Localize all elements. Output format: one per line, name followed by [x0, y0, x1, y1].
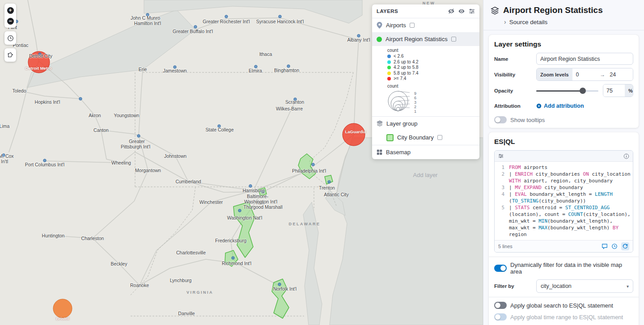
line-number: [495, 224, 509, 231]
layer-name: Airport Region Statistics: [386, 36, 448, 42]
zoom-min-input[interactable]: [572, 68, 599, 80]
flyout-header: Airport Region Statistics › Source detai…: [483, 0, 644, 30]
map-label: Charlottesville: [176, 250, 206, 255]
map-label: Binghamton: [274, 68, 299, 73]
size-tick-labels: 96321: [414, 91, 416, 110]
code-line: region: [495, 231, 633, 238]
toggle-knob: [495, 303, 500, 308]
map-label: Detroit Metro: [25, 66, 51, 71]
minus-icon: −: [7, 18, 14, 25]
line-number: [495, 231, 509, 238]
map-canvas[interactable]: FlintPontiacDetroit CityDetroit MetroTol…: [0, 0, 483, 325]
layer-item-basemap[interactable]: Basemap: [372, 145, 479, 159]
layer-settings-icon[interactable]: [469, 8, 475, 14]
layer-settings-heading: Layer settings: [494, 40, 633, 48]
line-number: [495, 177, 509, 184]
filter-by-label: Filter by: [494, 283, 536, 289]
map-label: Bristol: [56, 316, 69, 321]
esql-editor[interactable]: 1FROM airports2| ENRICH city_boundaries …: [494, 150, 633, 253]
map-label: Canton: [93, 127, 109, 133]
source-details-accordion[interactable]: › Source details: [504, 18, 637, 25]
editor-controls-icon[interactable]: [498, 153, 504, 159]
legend-class-label: 2.6 up to 4.2: [394, 59, 419, 65]
map-label: Lima: [0, 123, 9, 129]
zoom-max-input[interactable]: [606, 68, 633, 80]
basemap-label: Basemap: [386, 149, 411, 156]
show-tooltips-toggle[interactable]: [494, 116, 507, 123]
source-details-label: Source details: [509, 19, 548, 25]
code-line: (TO_STRING(city_boundary)): [495, 198, 633, 204]
map-label: Washington Int'l: [244, 199, 277, 204]
name-row: Name: [494, 53, 633, 65]
layers-panel: LAYERS Airports: [372, 4, 479, 159]
layer-item-airport-region-statistics[interactable]: Airport Region Statistics: [372, 32, 479, 46]
code-line: 3| MV_EXPAND city_boundary: [495, 184, 633, 191]
map-label: Elmira: [249, 68, 262, 73]
layer-checkbox[interactable]: [451, 37, 456, 42]
hide-all-layers-icon[interactable]: [448, 8, 454, 14]
apply-search-toggle[interactable]: [494, 302, 507, 309]
line-number: 5: [495, 204, 509, 211]
show-all-layers-icon[interactable]: [458, 8, 465, 14]
map-label: Akron: [89, 113, 101, 118]
opacity-slider[interactable]: [536, 88, 598, 94]
timeslider-button[interactable]: [5, 33, 15, 43]
layer-checkbox[interactable]: [437, 135, 442, 140]
map-label: Detroit City: [29, 53, 52, 59]
dynamic-filter-row: Dynamically filter for data in the visib…: [494, 262, 633, 275]
filter-by-select[interactable]: city_location ▾: [536, 279, 633, 293]
esql-card: ES|QL 1FROM airports2| ENRICH city_bound…: [489, 132, 639, 325]
layer-item-airports[interactable]: Airports: [372, 18, 479, 32]
divider: [489, 297, 639, 297]
show-tooltips-row: Show tooltips: [494, 116, 633, 123]
divider: [489, 257, 639, 257]
filter-by-row: Filter by city_location ▾: [494, 279, 633, 293]
map-label: Erie: [139, 67, 147, 72]
dynamic-filter-toggle[interactable]: [494, 265, 507, 272]
map-label: Youngstown: [114, 113, 140, 118]
add-layer-button[interactable]: Add layer: [405, 172, 445, 178]
esql-editor-footer: 5 lines: [495, 240, 633, 252]
legend-class-row: < 2.6: [387, 54, 475, 59]
map-label: Toledo: [13, 88, 26, 93]
layer-checkbox[interactable]: [410, 23, 415, 28]
layer-group-item[interactable]: Layer group: [372, 117, 479, 131]
map-label: Greater Rochester Int'l: [203, 19, 250, 24]
map-label: Beckley: [111, 261, 127, 266]
chevron-down-icon: ▾: [627, 284, 629, 289]
line-number: 2: [495, 171, 509, 177]
layers-panel-title: LAYERS: [377, 8, 448, 14]
zoom-levels-label: Zoom levels: [537, 68, 572, 80]
info-icon[interactable]: [623, 153, 629, 159]
map-label: John C Munro: [131, 15, 160, 21]
map-label: In'tl: [1, 159, 8, 164]
apply-search-row: Apply global search to ES|QL statement: [494, 302, 633, 309]
toggle-knob: [500, 266, 506, 271]
slider-thumb[interactable]: [580, 88, 586, 94]
legend-color-dot: [387, 66, 391, 69]
size-tick-label: 2: [414, 105, 416, 109]
filter-by-value: city_location: [541, 283, 572, 289]
map-label: Jamestown: [163, 68, 186, 73]
esql-code-area[interactable]: 1FROM airports2| ENRICH city_boundaries …: [495, 162, 633, 240]
draw-tools-button[interactable]: [5, 50, 15, 60]
map-label: Danville: [178, 311, 195, 316]
zoom-out-button[interactable]: −: [5, 16, 15, 26]
add-attribution-link[interactable]: Add attribution: [536, 103, 584, 109]
toggle-knob: [495, 314, 500, 320]
layer-name-input[interactable]: [536, 53, 633, 65]
map-label: Wilkes-Barre: [276, 106, 303, 111]
run-query-icon[interactable]: [621, 242, 629, 250]
layer-item-city-boundary[interactable]: City Boundary: [372, 131, 479, 145]
line-number: [495, 198, 509, 204]
history-icon[interactable]: [611, 243, 618, 249]
feedback-icon[interactable]: [602, 243, 608, 249]
attribution-label: Attribution: [494, 103, 536, 109]
opacity-input[interactable]: [603, 84, 625, 97]
maps-app: FlintPontiacDetroit CityDetroit MetroTol…: [0, 0, 644, 325]
map-label: Hopkins Int'l: [35, 99, 60, 105]
zoom-in-button[interactable]: +: [5, 5, 15, 16]
map-label: Winchester: [199, 199, 223, 205]
layer-settings-flyout: Airport Region Statistics › Source detai…: [483, 0, 644, 325]
legend-color-dot: [387, 55, 391, 58]
